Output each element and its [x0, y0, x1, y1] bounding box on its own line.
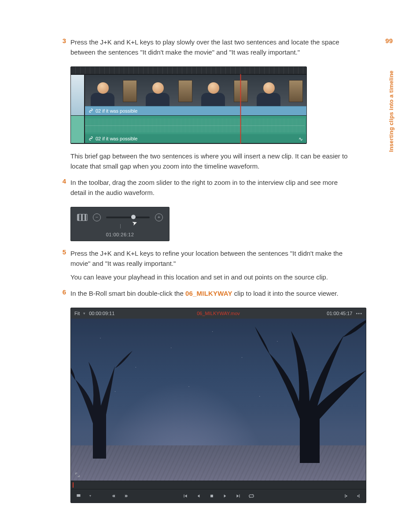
viewer-header: Fit ▾ 00:00:09:11 06_MILKYWAY.mov 01:00:…: [71, 308, 366, 319]
playhead[interactable]: [240, 74, 241, 143]
step-5: 5 Press the J+K and K+L keys to refine y…: [54, 248, 349, 286]
section-label: Inserting clips into a timeline: [388, 70, 394, 152]
fit-dropdown[interactable]: Fit: [74, 311, 80, 316]
audio-clip-label-row: 02 if it was possible ∿: [85, 134, 306, 143]
stop-icon[interactable]: [208, 492, 215, 500]
step-4-text: In the toolbar, drag the zoom slider to …: [70, 177, 349, 198]
link-icon: [88, 108, 93, 113]
match-frame-icon[interactable]: [74, 472, 81, 478]
audio-clip-prev[interactable]: [71, 116, 85, 143]
content-column: 3 Press the J+K and K+L keys to play slo…: [54, 37, 349, 503]
viewer-transport: ▾: [71, 489, 366, 503]
viewer-timecode[interactable]: 01:00:45:17: [327, 311, 352, 316]
zoom-out-button[interactable]: −: [93, 213, 101, 221]
video-clip-label: 02 if it was possible: [96, 108, 137, 114]
viewer-frame[interactable]: [71, 319, 366, 481]
play-reverse-icon[interactable]: [195, 492, 202, 500]
play-icon[interactable]: [221, 492, 228, 500]
link-icon: [88, 136, 93, 141]
step-5-text: Press the J+K and K+L keys to refine you…: [70, 248, 349, 269]
clip-thumbnail: [196, 75, 251, 106]
step-6-text: In the B-Roll smart bin double-click the…: [70, 288, 339, 298]
step-3-text: Press the J+K and K+L keys to play slowl…: [70, 37, 349, 58]
zoom-slider[interactable]: ➤: [106, 217, 150, 218]
step-6-number: 6: [54, 288, 70, 302]
clip-thumbnail: [251, 75, 306, 106]
step-4: 4 In the toolbar, drag the zoom slider t…: [54, 177, 349, 202]
svg-rect-0: [77, 494, 80, 496]
timeline-panel: 02 if it was possible 02 if it was possi…: [70, 66, 307, 144]
audio-clip-label: 02 if it was possible: [96, 136, 137, 141]
marker-dropdown-icon[interactable]: [75, 492, 82, 500]
viewer-duration[interactable]: 00:00:09:11: [89, 311, 114, 316]
svg-rect-1: [210, 495, 213, 497]
source-viewer: Fit ▾ 00:00:09:11 06_MILKYWAY.mov 01:00:…: [70, 308, 366, 503]
zoom-toolbar: − ➤ + 01:00:26:12: [70, 207, 169, 241]
chevron-down-icon[interactable]: ▾: [83, 311, 85, 316]
step-3-after-text: This brief gap between the two sentences…: [70, 151, 349, 172]
prev-edit-icon[interactable]: [111, 492, 118, 500]
video-clip-label-row: 02 if it was possible: [85, 106, 306, 115]
audio-track[interactable]: 02 if it was possible ∿: [71, 116, 306, 143]
audio-waveform: [85, 118, 305, 132]
video-clip-main[interactable]: 02 if it was possible: [85, 75, 306, 115]
loop-icon[interactable]: [248, 492, 255, 500]
next-edit-icon[interactable]: [123, 492, 130, 500]
clip-thumbnail: [85, 75, 140, 106]
video-track[interactable]: 02 if it was possible: [71, 74, 306, 116]
step-5-text2: You can leave your playhead in this loca…: [70, 272, 349, 282]
viewer-scrubber[interactable]: [71, 481, 366, 489]
step-6: 6 In the B-Roll smart bin double-click t…: [54, 288, 349, 302]
step-3: 3 Press the J+K and K+L keys to play slo…: [54, 37, 349, 61]
go-to-start-icon[interactable]: [182, 492, 189, 500]
step-3-number: 3: [54, 37, 70, 61]
page-number: 99: [385, 37, 393, 44]
zoom-timecode: 01:00:26:12: [77, 232, 163, 237]
figure-zoom-slider: − ➤ + 01:00:26:12: [70, 207, 349, 241]
mark-in-icon[interactable]: [343, 492, 350, 500]
step-4-number: 4: [54, 177, 70, 202]
zoom-in-button[interactable]: +: [155, 213, 163, 221]
video-clip-prev[interactable]: [71, 75, 85, 115]
clip-name-highlight: 06_MILKYWAY: [185, 290, 232, 297]
timeline-ruler[interactable]: [71, 67, 306, 74]
clip-thumbnail: [140, 75, 196, 106]
figure-timeline: 02 if it was possible 02 if it was possi…: [70, 66, 349, 144]
viewer-options-icon[interactable]: •••: [356, 311, 362, 316]
audio-curve-icon[interactable]: ∿: [298, 136, 303, 142]
step-3-after: This brief gap between the two sentences…: [54, 151, 349, 175]
viewer-clip-title: 06_MILKYWAY.mov: [71, 311, 366, 316]
timeline-view-icon[interactable]: [77, 214, 88, 221]
figure-source-viewer: Fit ▾ 00:00:09:11 06_MILKYWAY.mov 01:00:…: [70, 308, 349, 503]
step-5-number: 5: [54, 248, 70, 286]
chevron-down-icon[interactable]: ▾: [87, 492, 94, 500]
scrubber-playhead[interactable]: [73, 482, 74, 488]
go-to-end-icon[interactable]: [235, 492, 242, 500]
mark-out-icon[interactable]: [354, 492, 361, 500]
